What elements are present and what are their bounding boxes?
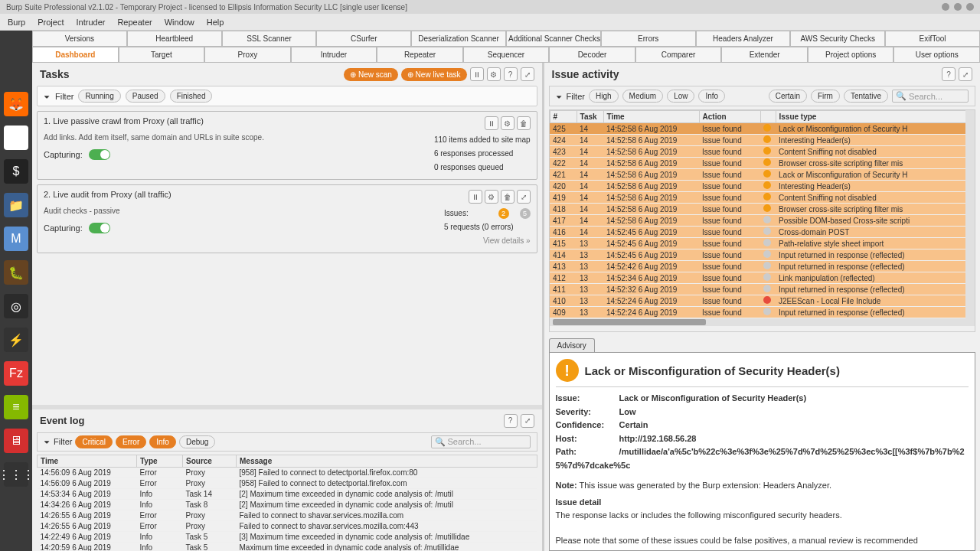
issue-row[interactable]: 4251414:52:58 6 Aug 2019Issue foundLack … bbox=[550, 123, 974, 135]
chip-firm[interactable]: Firm bbox=[811, 90, 840, 103]
tab-decoder[interactable]: Decoder bbox=[549, 47, 635, 63]
files-icon[interactable]: 📁 bbox=[4, 193, 28, 217]
chip-info-sev[interactable]: Info bbox=[698, 90, 725, 103]
tab-dashboard[interactable]: Dashboard bbox=[32, 47, 119, 63]
tab-target[interactable]: Target bbox=[119, 47, 205, 63]
issue-row[interactable]: 4171414:52:58 6 Aug 2019Issue foundPossi… bbox=[550, 215, 974, 227]
task2-gear-icon[interactable]: ⚙ bbox=[485, 190, 498, 204]
eventlog-search[interactable]: 🔍 Search... bbox=[431, 435, 531, 448]
task1-trash-icon[interactable]: 🗑 bbox=[517, 116, 531, 130]
menu-burp[interactable]: Burp bbox=[3, 16, 30, 28]
chip-low[interactable]: Low bbox=[667, 90, 694, 103]
col-message[interactable]: Message bbox=[237, 455, 537, 467]
menu-intruder[interactable]: Intruder bbox=[72, 16, 110, 28]
task1-gear-icon[interactable]: ⚙ bbox=[501, 116, 514, 130]
task2-expand-icon[interactable]: ⤢ bbox=[517, 190, 531, 204]
view-details-link[interactable]: View details » bbox=[444, 234, 531, 248]
chip-high[interactable]: High bbox=[589, 90, 619, 103]
eventlog-row[interactable]: 14:53:34 6 Aug 2019InfoTask 14[2] Maximu… bbox=[38, 488, 537, 499]
eventlog-row[interactable]: 14:22:49 6 Aug 2019InfoTask 5[3] Maximum… bbox=[38, 531, 537, 542]
issue-vscroll[interactable] bbox=[965, 110, 975, 324]
max-icon[interactable] bbox=[954, 3, 962, 11]
tab-csurfer[interactable]: CSurfer bbox=[316, 31, 411, 46]
issue-expand-icon[interactable]: ⤢ bbox=[959, 67, 972, 81]
tab-additional-checks[interactable]: Additional Scanner Checks bbox=[506, 31, 601, 46]
tab-versions[interactable]: Versions bbox=[32, 31, 127, 46]
sublime-icon[interactable]: ≡ bbox=[4, 395, 28, 419]
eventlog-row[interactable]: 14:26:55 6 Aug 2019ErrorProxyFailed to c… bbox=[38, 520, 537, 531]
remote-icon[interactable]: 🖥 bbox=[4, 429, 28, 453]
filezilla-icon[interactable]: Fz bbox=[4, 361, 28, 386]
col-task[interactable]: Task bbox=[577, 111, 603, 123]
chip-info[interactable]: Info bbox=[149, 435, 176, 448]
issue-help-icon[interactable]: ? bbox=[942, 67, 956, 81]
gear-icon[interactable]: ⚙ bbox=[487, 67, 501, 81]
task-2[interactable]: 2. Live audit from Proxy (all traffic) ⏸… bbox=[37, 184, 537, 253]
col-issuetype[interactable]: Issue type bbox=[776, 111, 974, 123]
task1-pause-icon[interactable]: ⏸ bbox=[485, 116, 498, 130]
tab-heartbleed[interactable]: Heartbleed bbox=[127, 31, 222, 46]
eventlog-row[interactable]: 14:56:09 6 Aug 2019ErrorProxy[958] Faile… bbox=[38, 467, 537, 478]
col-time[interactable]: Time bbox=[38, 455, 137, 467]
new-scan-button[interactable]: ⊕ New scan bbox=[344, 68, 398, 81]
eventlog-row[interactable]: 14:26:55 6 Aug 2019ErrorProxyFailed to c… bbox=[38, 510, 537, 520]
issue-row[interactable]: 4121314:52:34 6 Aug 2019Issue foundLink … bbox=[550, 272, 974, 284]
issue-row[interactable]: 4231414:52:58 6 Aug 2019Issue foundConte… bbox=[550, 146, 974, 158]
metasploit-icon[interactable]: M bbox=[4, 227, 28, 251]
chip-debug[interactable]: Debug bbox=[179, 435, 215, 448]
menu-help[interactable]: Help bbox=[202, 16, 229, 28]
issue-row[interactable]: 4161414:52:45 6 Aug 2019Issue foundCross… bbox=[550, 227, 974, 238]
issue-search[interactable]: 🔍 Search... bbox=[892, 90, 969, 103]
task2-trash-icon[interactable]: 🗑 bbox=[501, 190, 514, 204]
tab-deserialization[interactable]: Deserialization Scanner bbox=[411, 31, 506, 46]
bug-icon[interactable]: 🐛 bbox=[4, 260, 28, 285]
tab-extender[interactable]: Extender bbox=[721, 47, 808, 63]
close-icon[interactable] bbox=[966, 3, 974, 11]
task2-pause-icon[interactable]: ⏸ bbox=[469, 190, 482, 204]
issue-row[interactable]: 4131314:52:42 6 Aug 2019Issue foundInput… bbox=[550, 261, 974, 272]
min-icon[interactable] bbox=[942, 3, 949, 11]
terminal-icon[interactable]: $ bbox=[4, 159, 28, 184]
tab-sequencer[interactable]: Sequencer bbox=[463, 47, 550, 63]
issue-row[interactable]: 4151314:52:45 6 Aug 2019Issue foundPath-… bbox=[550, 238, 974, 249]
tab-comparer[interactable]: Comparer bbox=[635, 47, 722, 63]
eventlog-row[interactable]: 14:20:59 6 Aug 2019InfoTask 5Maximum tim… bbox=[38, 542, 537, 551]
eventlog-expand-icon[interactable]: ⤢ bbox=[521, 414, 534, 428]
menu-repeater[interactable]: Repeater bbox=[113, 16, 156, 28]
issue-row[interactable]: 4181414:52:58 6 Aug 2019Issue foundBrows… bbox=[550, 204, 974, 215]
new-live-task-button[interactable]: ⊕ New live task bbox=[401, 68, 467, 81]
issue-row[interactable]: 4211414:52:58 6 Aug 2019Issue foundLack … bbox=[550, 169, 974, 181]
tab-errors[interactable]: Errors bbox=[601, 31, 696, 46]
chip-finished[interactable]: Finished bbox=[170, 90, 213, 103]
task-1[interactable]: 1. Live passive crawl from Proxy (all tr… bbox=[37, 111, 537, 180]
pause-icon[interactable]: ⏸ bbox=[470, 67, 484, 81]
col-num[interactable]: # bbox=[550, 111, 577, 123]
issue-hscroll[interactable] bbox=[550, 318, 975, 326]
tab-project-options[interactable]: Project options bbox=[808, 47, 894, 63]
chip-paused[interactable]: Paused bbox=[126, 90, 165, 103]
obs-icon[interactable]: ◎ bbox=[4, 294, 28, 318]
apps-icon[interactable]: ⋮⋮⋮ bbox=[4, 462, 28, 487]
issue-row[interactable]: 4201414:52:58 6 Aug 2019Issue foundInter… bbox=[550, 181, 974, 192]
chip-medium[interactable]: Medium bbox=[622, 90, 664, 103]
chip-error[interactable]: Error bbox=[116, 435, 146, 448]
menu-project[interactable]: Project bbox=[33, 16, 68, 28]
expand-icon[interactable]: ⤢ bbox=[521, 67, 534, 81]
eventlog-row[interactable]: 14:56:09 6 Aug 2019ErrorProxy[958] Faile… bbox=[38, 478, 537, 488]
issue-row[interactable]: 4191414:52:58 6 Aug 2019Issue foundConte… bbox=[550, 192, 974, 204]
issue-row[interactable]: 4111314:52:32 6 Aug 2019Issue foundInput… bbox=[550, 284, 974, 295]
task2-toggle[interactable] bbox=[89, 223, 110, 233]
chip-tentative[interactable]: Tentative bbox=[844, 90, 888, 103]
firefox-icon[interactable]: 🦊 bbox=[4, 92, 28, 116]
tab-advisory[interactable]: Advisory bbox=[549, 338, 595, 352]
tab-proxy[interactable]: Proxy bbox=[204, 47, 291, 63]
tab-aws-checks[interactable]: AWS Security Checks bbox=[790, 31, 885, 46]
chip-certain[interactable]: Certain bbox=[769, 90, 807, 103]
issue-row[interactable]: 4241414:52:58 6 Aug 2019Issue foundInter… bbox=[550, 135, 974, 146]
issue-row[interactable]: 4091314:52:24 6 Aug 2019Issue foundInput… bbox=[550, 307, 974, 318]
menu-window[interactable]: Window bbox=[160, 16, 199, 28]
help-icon[interactable]: ? bbox=[504, 67, 518, 81]
issue-row[interactable]: 4221414:52:58 6 Aug 2019Issue foundBrows… bbox=[550, 158, 974, 169]
task1-toggle[interactable] bbox=[89, 149, 110, 160]
issue-row[interactable]: 4101314:52:24 6 Aug 2019Issue foundJ2EES… bbox=[550, 295, 974, 307]
